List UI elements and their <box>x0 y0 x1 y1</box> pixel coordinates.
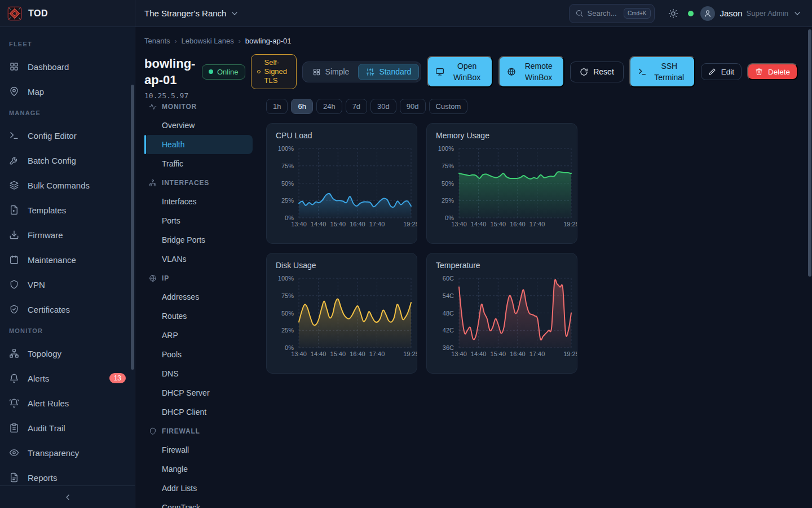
sidebar-item-certificates[interactable]: Certificates <box>0 297 135 322</box>
sidebar-scrollbar[interactable] <box>131 85 134 370</box>
subnav-item-overview[interactable]: Overview <box>144 116 253 135</box>
edit-button[interactable]: Edit <box>701 63 742 80</box>
subnav-item-interfaces[interactable]: Interfaces <box>144 192 253 211</box>
subnav-item-firewall[interactable]: Firewall <box>144 440 253 459</box>
sidebar-item-vpn[interactable]: VPN <box>0 272 135 297</box>
user-menu-chevron-icon[interactable] <box>793 9 802 18</box>
sidebar-item-label: Config Editor <box>28 131 77 141</box>
app-name: TOD <box>28 8 48 19</box>
status-badge: Online <box>202 64 245 80</box>
user-avatar[interactable] <box>700 6 715 21</box>
svg-text:16:40: 16:40 <box>510 221 526 227</box>
svg-text:54C: 54C <box>443 292 454 299</box>
sidebar-item-topology[interactable]: Topology <box>0 341 135 366</box>
user-name: Jason <box>720 8 743 18</box>
svg-text:13:40: 13:40 <box>291 221 307 227</box>
tenant-selector[interactable]: The Stranger's Ranch <box>144 8 239 18</box>
chart-card-cpu-load: CPU Load0%25%50%75%100%13:4014:4015:4016… <box>266 123 417 244</box>
subnav-item-arp[interactable]: ARP <box>144 326 253 345</box>
sidebar-item-label: Batch Config <box>28 156 76 165</box>
subnav-item-addr-lists[interactable]: Addr Lists <box>144 479 253 498</box>
sidebar-item-alert-rules[interactable]: Alert Rules <box>0 391 135 415</box>
shield-check-icon <box>9 304 19 314</box>
search-input[interactable] <box>588 9 620 17</box>
pencil-icon <box>708 68 716 76</box>
subnav-item-dhcp-server[interactable]: DHCP Server <box>144 383 253 402</box>
file-text-icon <box>9 472 19 483</box>
svg-text:13:40: 13:40 <box>291 351 307 357</box>
subnav-section-label: IP <box>144 269 253 287</box>
sidebar-item-audit-trail[interactable]: Audit Trail <box>0 415 135 440</box>
view-mode-simple[interactable]: Simple <box>304 64 358 80</box>
sidebar-item-label: Alert Rules <box>28 398 69 408</box>
subnav-item-routes[interactable]: Routes <box>144 306 253 326</box>
chart-plot: 0%25%50%75%100%13:4014:4015:4016:4017:40… <box>427 124 577 244</box>
app-logo[interactable]: TOD <box>0 0 135 27</box>
sidebar-item-maintenance[interactable]: Maintenance <box>0 247 135 272</box>
view-mode-standard[interactable]: Standard <box>358 64 419 80</box>
breadcrumb-item[interactable]: Lebowski Lanes <box>182 37 234 45</box>
trash-icon <box>755 68 763 76</box>
subnav-item-conntrack[interactable]: ConnTrack <box>144 498 253 508</box>
sidebar-item-batch-config[interactable]: Batch Config <box>0 148 135 173</box>
bell-icon <box>9 373 19 383</box>
svg-text:16:40: 16:40 <box>350 221 365 227</box>
svg-text:50%: 50% <box>281 180 294 187</box>
breadcrumb-item[interactable]: Tenants <box>144 37 170 45</box>
sidebar-item-bulk-commands[interactable]: Bulk Commands <box>0 173 135 198</box>
sidebar-item-reports[interactable]: Reports <box>0 465 135 485</box>
remote-winbox-button[interactable]: Remote WinBox <box>498 56 564 87</box>
breadcrumb-item: bowling-ap-01 <box>245 37 292 45</box>
subnav-item-ports[interactable]: Ports <box>144 211 253 230</box>
subnav-item-bridge-ports[interactable]: Bridge Ports <box>144 230 253 249</box>
topbar: TOD The Stranger's Ranch Cmd+K Jason Sup… <box>0 0 812 27</box>
subnav-item-traffic[interactable]: Traffic <box>144 154 253 173</box>
firewall-shield-icon <box>149 427 157 435</box>
theme-toggle-sun-icon[interactable] <box>668 8 678 19</box>
breadcrumb-separator-icon: › <box>239 37 241 45</box>
subnav-item-mangle[interactable]: Mangle <box>144 459 253 479</box>
subnav-item-dhcp-client[interactable]: DHCP Client <box>144 402 253 422</box>
sidebar-item-map[interactable]: Map <box>0 79 135 104</box>
sidebar-item-transparency[interactable]: Transparency <box>0 440 135 465</box>
time-range-30d[interactable]: 30d <box>370 99 396 114</box>
sidebar-item-dashboard[interactable]: Dashboard <box>0 54 135 79</box>
subnav-item-health[interactable]: Health <box>144 135 253 154</box>
chevron-down-icon <box>230 9 239 18</box>
reset-button[interactable]: Reset <box>570 62 624 82</box>
sidebar-item-firmware[interactable]: Firmware <box>0 222 135 247</box>
subnav-item-dns[interactable]: DNS <box>144 364 253 383</box>
svg-text:16:40: 16:40 <box>510 351 526 357</box>
subnav-item-addresses[interactable]: Addresses <box>144 287 253 306</box>
svg-text:100%: 100% <box>438 145 454 152</box>
time-range-custom[interactable]: Custom <box>429 99 468 114</box>
page-scrollbar[interactable] <box>808 29 811 277</box>
chevron-left-icon <box>63 493 72 502</box>
svg-text:75%: 75% <box>281 163 294 169</box>
grid-icon <box>312 68 321 76</box>
ssh-terminal-button[interactable]: SSH Terminal <box>629 56 695 87</box>
sidebar-item-config-editor[interactable]: Config Editor <box>0 123 135 148</box>
svg-text:17:40: 17:40 <box>529 351 545 357</box>
device-title-block: bowling-ap-01 10.25.5.97 <box>144 55 196 88</box>
open-winbox-button[interactable]: Open WinBox <box>427 56 493 87</box>
time-range-7d[interactable]: 7d <box>346 99 367 114</box>
svg-text:50%: 50% <box>281 310 294 317</box>
subnav-section-label: FIREWALL <box>144 422 253 440</box>
sidebar-item-label: Topology <box>28 349 61 358</box>
time-range-1h[interactable]: 1h <box>266 99 288 114</box>
search-box[interactable]: Cmd+K <box>569 4 655 23</box>
time-range-90d[interactable]: 90d <box>400 99 426 114</box>
refresh-icon <box>580 68 588 76</box>
svg-text:50%: 50% <box>442 180 454 187</box>
topbar-main: The Stranger's Ranch Cmd+K Jason Super A… <box>135 0 812 27</box>
subnav-item-vlans[interactable]: VLANs <box>144 249 253 269</box>
subnav-item-pools[interactable]: Pools <box>144 345 253 364</box>
time-range-6h[interactable]: 6h <box>291 99 312 114</box>
sidebar-collapse-button[interactable] <box>0 485 135 508</box>
sidebar-item-templates[interactable]: Templates <box>0 198 135 222</box>
sidebar-item-alerts[interactable]: Alerts13 <box>0 366 135 391</box>
delete-button[interactable]: Delete <box>747 63 798 80</box>
time-range-24h[interactable]: 24h <box>316 99 342 114</box>
network-icon <box>149 179 157 187</box>
